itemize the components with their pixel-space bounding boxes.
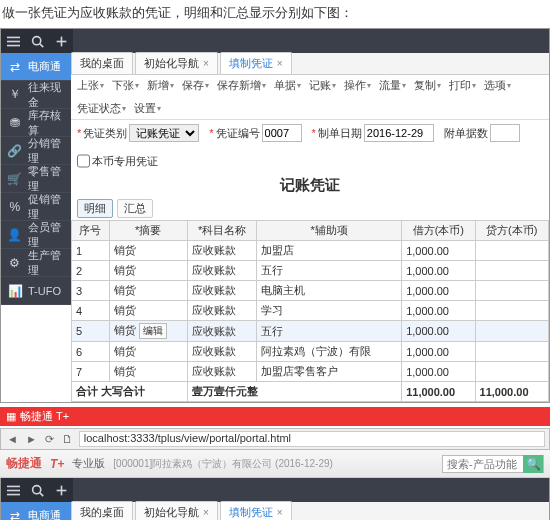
table-row[interactable]: 6销货应收账款阿拉素鸡（宁波）有限1,000.00 — [72, 342, 549, 362]
close-icon[interactable]: × — [277, 507, 283, 518]
sidebar-icon: 🛒 — [7, 172, 23, 186]
sidebar-label: 生产管理 — [28, 248, 71, 278]
local-currency-flag: 本币专用凭证 — [77, 152, 158, 170]
toolbar-button[interactable]: 流量 ▾ — [379, 78, 406, 93]
org-info: [000001]阿拉素鸡（宁波）有限公司 (2016-12-29) — [113, 457, 434, 471]
sidebar-item[interactable]: %促销管理 — [1, 193, 71, 221]
toolbar-button[interactable]: 复制 ▾ — [414, 78, 441, 93]
tab[interactable]: 初始化导航× — [135, 501, 218, 520]
tab[interactable]: 我的桌面 — [71, 501, 133, 520]
view-tab[interactable]: 汇总 — [117, 199, 153, 218]
sidebar-item[interactable]: ⇄电商通 — [1, 502, 71, 520]
tab[interactable]: 初始化导航× — [135, 52, 218, 74]
voucher-type-select[interactable]: 记账凭证 — [129, 124, 199, 142]
sidebar-label: 电商通 — [28, 508, 61, 520]
sidebar-icon: ⇄ — [7, 509, 23, 521]
svg-rect-2 — [7, 44, 20, 46]
chevron-down-icon: ▾ — [297, 81, 301, 90]
toolbar-button[interactable]: 保存 ▾ — [182, 78, 209, 93]
close-icon[interactable]: × — [203, 507, 209, 518]
content: 我的桌面初始化导航×填制凭证× 上张 ▾下张 ▾新增 ▾保存 ▾保存新增 ▾单据… — [71, 502, 549, 520]
search-input[interactable] — [443, 458, 523, 470]
content: 我的桌面初始化导航×填制凭证× 上张 ▾下张 ▾新增 ▾保存 ▾保存新增 ▾单据… — [71, 53, 549, 402]
table-row[interactable]: 3销货应收账款电脑主机1,000.00 — [72, 281, 549, 301]
reload-icon[interactable]: ⟳ — [43, 433, 56, 446]
toolbar-button[interactable]: 打印 ▾ — [449, 78, 476, 93]
sidebar-item[interactable]: ⛃库存核算 — [1, 109, 71, 137]
chevron-down-icon: ▾ — [472, 81, 476, 90]
edition-label: 专业版 — [72, 456, 105, 471]
voucher-no-input[interactable] — [262, 124, 302, 142]
nav-back-icon[interactable]: ◄ — [5, 433, 20, 445]
plus-icon[interactable] — [49, 29, 73, 53]
doc-title: 记账凭证 — [71, 174, 549, 197]
menu-icon[interactable] — [1, 478, 25, 502]
app-summary: ⇄电商通￥往来现金⛃库存核算🔗分销管理🛒零售管理%促销管理👤会员管理 我的桌面初… — [0, 478, 550, 520]
page-tabs: 我的桌面初始化导航×填制凭证× — [71, 502, 549, 520]
svg-rect-7 — [7, 485, 20, 487]
table-row[interactable]: 5销货 编辑应收账款五行1,000.00 — [72, 321, 549, 342]
menu-icon[interactable] — [1, 29, 25, 53]
sidebar-item[interactable]: ⚙生产管理 — [1, 249, 71, 277]
app-detail: ⇄电商通￥往来现金⛃库存核算🔗分销管理🛒零售管理%促销管理👤会员管理⚙生产管理📊… — [0, 28, 550, 403]
table-row[interactable]: 1销货应收账款加盟店1,000.00 — [72, 241, 549, 261]
toolbar-button[interactable]: 选项 ▾ — [484, 78, 511, 93]
toolbar-button[interactable]: 凭证状态 ▾ — [77, 101, 126, 116]
toolbar-button[interactable]: 上张 ▾ — [77, 78, 104, 93]
view-tab[interactable]: 明细 — [77, 199, 113, 218]
sidebar-item[interactable]: ￥往来现金 — [1, 81, 71, 109]
sidebar-item[interactable]: 📊T-UFO — [1, 277, 71, 305]
svg-line-11 — [39, 492, 42, 495]
table-row[interactable]: 2销货应收账款五行1,000.00 — [72, 261, 549, 281]
doc-icon: 🗋 — [60, 433, 75, 445]
search-icon[interactable] — [25, 29, 49, 53]
chevron-down-icon: ▾ — [170, 81, 174, 90]
toolbar-button[interactable]: 设置 ▾ — [134, 101, 161, 116]
sidebar-label: T-UFO — [28, 285, 61, 297]
toolbar-button[interactable]: 操作 ▾ — [344, 78, 371, 93]
col-header: *辅助项 — [257, 221, 402, 241]
brand-logo: 畅捷通 — [6, 455, 42, 472]
address-field[interactable]: localhost:3333/tplus/view/portal/portal.… — [79, 431, 545, 447]
sidebar-icon: ￥ — [7, 86, 23, 103]
tab[interactable]: 填制凭证× — [220, 501, 292, 520]
chevron-down-icon: ▾ — [157, 104, 161, 113]
svg-rect-9 — [7, 493, 20, 495]
close-icon[interactable]: × — [203, 58, 209, 69]
tab[interactable]: 我的桌面 — [71, 52, 133, 74]
sidebar-item[interactable]: 🔗分销管理 — [1, 137, 71, 165]
toolbar-button[interactable]: 单据 ▾ — [274, 78, 301, 93]
sidebar-icon: ⛃ — [7, 116, 23, 130]
sidebar-icon: % — [7, 200, 23, 214]
browser-addressbar: ◄ ► ⟳ 🗋 localhost:3333/tplus/view/portal… — [0, 428, 550, 450]
local-currency-checkbox[interactable] — [77, 152, 90, 170]
view-tabs: 明细汇总 — [71, 197, 549, 220]
svg-rect-6 — [56, 40, 66, 42]
global-search: 🔍 — [442, 455, 544, 473]
col-header: *科目名称 — [187, 221, 257, 241]
toolbar-button[interactable]: 下张 ▾ — [112, 78, 139, 93]
svg-rect-0 — [7, 36, 20, 38]
sidebar-item[interactable]: 🛒零售管理 — [1, 165, 71, 193]
table-row[interactable]: 7销货应收账款加盟店零售客户1,000.00 — [72, 362, 549, 382]
toolbar-button[interactable]: 保存新增 ▾ — [217, 78, 266, 93]
attachment-input[interactable] — [490, 124, 520, 142]
chevron-down-icon: ▾ — [100, 81, 104, 90]
svg-point-10 — [32, 485, 40, 493]
nav-fwd-icon[interactable]: ► — [24, 433, 39, 445]
table-row[interactable]: 4销货应收账款学习1,000.00 — [72, 301, 549, 321]
tab[interactable]: 填制凭证× — [220, 52, 292, 74]
close-icon[interactable]: × — [277, 58, 283, 69]
sidebar-item[interactable]: ⇄电商通 — [1, 53, 71, 81]
voucher-date-input[interactable] — [364, 124, 434, 142]
toolbar-button[interactable]: 新增 ▾ — [147, 78, 174, 93]
search-icon[interactable] — [25, 478, 49, 502]
svg-rect-1 — [7, 40, 20, 42]
sidebar-item[interactable]: 👤会员管理 — [1, 221, 71, 249]
toolbar: 上张 ▾下张 ▾新增 ▾保存 ▾保存新增 ▾单据 ▾记账 ▾操作 ▾流量 ▾复制… — [71, 75, 549, 120]
search-button[interactable]: 🔍 — [523, 455, 543, 473]
row-edit-button[interactable]: 编辑 — [139, 323, 167, 339]
toolbar-button[interactable]: 记账 ▾ — [309, 78, 336, 93]
sidebar-label: 往来现金 — [28, 80, 71, 110]
plus-icon[interactable] — [49, 478, 73, 502]
